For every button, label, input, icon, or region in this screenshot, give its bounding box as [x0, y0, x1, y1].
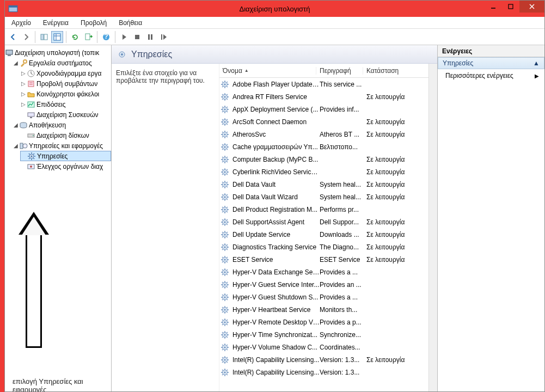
- service-row[interactable]: Intel(R) Capability Licensing...Version:…: [219, 353, 428, 366]
- service-row[interactable]: ESET ServiceESET ServiceΣε λειτουργία: [219, 253, 428, 266]
- service-row[interactable]: Hyper-V Volume Shadow C...Coordinates...: [219, 341, 428, 353]
- expand-icon[interactable]: ▷: [20, 91, 27, 97]
- service-row[interactable]: Hyper-V Guest Service Inter...Provides a…: [219, 278, 428, 291]
- window-title: Διαχείριση υπολογιστή: [5, 5, 544, 13]
- expand-icon[interactable]: ◢: [13, 60, 19, 66]
- tree-disk-mgmt[interactable]: Διαχείριση δίσκων: [20, 130, 111, 140]
- play-button[interactable]: [118, 31, 130, 43]
- menu-help[interactable]: Βοήθεια: [117, 18, 144, 28]
- service-row[interactable]: Diagnostics Tracking ServiceThe Diagno..…: [219, 241, 428, 253]
- svg-point-188: [224, 259, 226, 260]
- maximize-button[interactable]: [502, 1, 519, 13]
- menu-action[interactable]: Ενέργεια: [41, 18, 71, 28]
- service-status: Σε λειτουργία: [366, 156, 417, 163]
- service-row[interactable]: Hyper-V Heartbeat ServiceMonitors th...: [219, 303, 428, 316]
- svg-point-138: [224, 196, 226, 198]
- tree-performance[interactable]: ▷Επιδόσεις: [20, 99, 111, 109]
- service-row[interactable]: AtherosSvcAtheros BT ...Σε λειτουργία: [219, 128, 428, 140]
- service-name: AtherosSvc: [232, 131, 320, 138]
- content-area: Διαχείριση υπολογιστή (τοπικ ◢ Εργαλεία …: [5, 45, 544, 391]
- svg-line-204: [227, 274, 228, 275]
- expand-icon[interactable]: ▷: [20, 81, 27, 87]
- tree-services[interactable]: Υπηρεσίες: [20, 151, 111, 161]
- scrollbar[interactable]: [428, 64, 437, 391]
- service-row[interactable]: Adobe Flash Player Update ...This servic…: [219, 78, 428, 90]
- service-row[interactable]: AppX Deployment Service (...Provides inf…: [219, 103, 428, 115]
- menu-view[interactable]: Προβολή: [78, 18, 109, 28]
- service-description: Atheros BT ...: [320, 131, 366, 138]
- refresh-button[interactable]: [69, 31, 81, 43]
- tree-event-viewer[interactable]: ▷Προβολή συμβάντων: [20, 78, 111, 89]
- tree-storage[interactable]: ◢ Αποθήκευση: [13, 120, 111, 130]
- svg-line-83: [222, 119, 223, 120]
- restart-button[interactable]: [157, 31, 169, 43]
- svg-line-286: [227, 370, 228, 371]
- chevron-right-icon: ▶: [535, 73, 539, 79]
- expand-icon[interactable]: ▷: [20, 101, 27, 107]
- pause-button[interactable]: [144, 31, 156, 43]
- service-row[interactable]: Dell SupportAssist AgentDell Suppor...Σε…: [219, 216, 428, 228]
- tree-task-scheduler[interactable]: ▷Χρονοδιάγραμμα εργα: [20, 68, 111, 78]
- menu-file[interactable]: Αρχείο: [9, 18, 33, 28]
- service-row[interactable]: Dell Data Vault WizardSystem heal...Σε λ…: [219, 191, 428, 203]
- service-description: This service ...: [320, 81, 366, 88]
- help-button[interactable]: ?: [100, 31, 112, 43]
- service-row[interactable]: Computer Backup (MyPC B...Σε λειτουργία: [219, 153, 428, 166]
- service-row[interactable]: Dell Data VaultSystem heal...Σε λειτουργ…: [219, 178, 428, 191]
- service-description: The Diagno...: [320, 243, 366, 251]
- column-status[interactable]: Κατάσταση: [363, 67, 413, 75]
- service-row[interactable]: Hyper-V Time Synchronizat...Synchronize.…: [219, 328, 428, 341]
- stop-button[interactable]: [131, 31, 143, 43]
- tree-services-apps[interactable]: ◢ Υπηρεσίες και εφαρμογές: [13, 140, 111, 151]
- service-row[interactable]: Dell Update ServiceDownloads ...Σε λειτο…: [219, 228, 428, 241]
- svg-line-40: [34, 158, 35, 159]
- svg-point-148: [224, 209, 226, 210]
- gear-icon: [221, 230, 229, 239]
- computer-icon: [5, 48, 14, 57]
- show-hide-tree-button[interactable]: [38, 31, 50, 43]
- service-row[interactable]: Hyper-V Data Exchange Ser...Provides a .…: [219, 266, 428, 278]
- service-status: Σε λειτουργία: [366, 131, 417, 138]
- actions-more[interactable]: Περισσότερες ενέργειες ▶: [438, 69, 544, 82]
- tree-shared-folders[interactable]: ▷Κοινόχρηστοι φάκελοι: [20, 89, 111, 99]
- svg-line-254: [227, 336, 228, 338]
- minimize-button[interactable]: [485, 1, 502, 13]
- column-description[interactable]: Περιγραφή: [316, 67, 363, 75]
- back-button[interactable]: [7, 31, 19, 43]
- export-list-button[interactable]: [82, 31, 94, 43]
- actions-group-header[interactable]: Υπηρεσίες ▲: [438, 57, 544, 69]
- close-button[interactable]: [519, 1, 544, 13]
- service-status: Σε λειτουργία: [366, 118, 417, 126]
- service-row[interactable]: Andrea RT Filters ServiceΣε λειτουργία: [219, 90, 428, 103]
- forward-button[interactable]: [20, 31, 32, 43]
- tree-root[interactable]: Διαχείριση υπολογιστή (τοπικ: [5, 47, 111, 58]
- actions-header: Ενέργειες: [438, 45, 544, 57]
- view-options-button[interactable]: [51, 31, 63, 43]
- service-row[interactable]: Intel(R) Capability Licensing...Version:…: [219, 366, 428, 378]
- expand-icon[interactable]: ▷: [20, 70, 27, 76]
- expand-icon[interactable]: ◢: [13, 122, 19, 128]
- tree-panel: Διαχείριση υπολογιστή (τοπικ ◢ Εργαλεία …: [5, 45, 112, 391]
- tree-system-tools[interactable]: ◢ Εργαλεία συστήματος: [13, 58, 111, 68]
- tree-label: Διαχείριση δίσκων: [36, 132, 89, 139]
- tree-wmi-control[interactable]: Έλεγχος οργάνων διαχ: [20, 161, 111, 171]
- service-row[interactable]: Hyper-V Guest Shutdown S...Provides a ..…: [219, 291, 428, 303]
- service-row[interactable]: Hyper-V Remote Desktop Vi...Provides a p…: [219, 316, 428, 328]
- svg-point-46: [121, 53, 123, 56]
- service-row[interactable]: Cache γραμματοσειρών Υπ...Βελτιστοπο...: [219, 140, 428, 153]
- expand-icon[interactable]: ◢: [13, 143, 19, 149]
- svg-line-105: [222, 149, 223, 150]
- service-name: Intel(R) Capability Licensing...: [232, 356, 320, 364]
- gear-icon: [117, 50, 127, 59]
- svg-line-144: [227, 199, 228, 200]
- svg-line-115: [222, 161, 223, 162]
- svg-line-74: [227, 111, 228, 112]
- service-row[interactable]: Cyberlink RichVideo Service...Σε λειτουρ…: [219, 166, 428, 178]
- service-row[interactable]: Dell Product Registration M...Performs p…: [219, 203, 428, 216]
- column-name[interactable]: Όνομα▲: [219, 67, 316, 75]
- actions-group-label: Υπηρεσίες: [443, 59, 473, 67]
- titlebar[interactable]: Διαχείριση υπολογιστή: [5, 1, 544, 17]
- service-row[interactable]: ArcSoft Connect DaemonΣε λειτουργία: [219, 115, 428, 128]
- svg-line-113: [222, 157, 223, 158]
- tree-device-manager[interactable]: Διαχείριση Συσκευών: [20, 109, 111, 120]
